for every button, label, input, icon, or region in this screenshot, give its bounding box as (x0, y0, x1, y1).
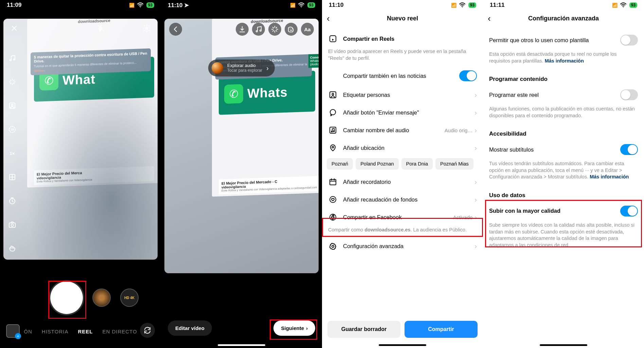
gallery-button[interactable] (6, 324, 20, 338)
mock-whatsapp-card: ✆ What (34, 57, 154, 102)
edit-video-button[interactable]: Editar vídeo (168, 320, 212, 336)
duration-icon[interactable]: 15 (7, 124, 18, 135)
back-button[interactable]: ‹ (488, 13, 491, 24)
signal-icon: 📶 (129, 3, 134, 8)
row-captions[interactable]: Mostrar subtítulos (483, 139, 644, 160)
chip[interactable]: Poznań Mias (435, 158, 473, 170)
toggle-schedule[interactable] (620, 89, 638, 100)
mode-directo[interactable]: EN DIRECTO (102, 329, 137, 334)
toggle-upload-hq[interactable] (620, 206, 638, 216)
mock-side-title: Como g (310, 55, 319, 59)
row-tag-people[interactable]: Etiquetar personas › (322, 86, 483, 104)
mode-reel[interactable]: REEL (78, 329, 93, 334)
chip[interactable]: Pora Dnia (401, 158, 433, 170)
calendar-icon (328, 178, 338, 186)
back-button[interactable]: ‹ (327, 13, 330, 24)
explore-audio-pill[interactable]: Explorar audio Tocar para explorar › (208, 59, 275, 76)
more-info-link[interactable]: Más información (590, 174, 629, 179)
svg-point-5 (12, 104, 13, 106)
mock-ad: El Mejor Precio del Merca videovigilanci… (34, 166, 154, 185)
row-message-button[interactable]: Añadir botón "Enviar mensaje" › (322, 104, 483, 121)
sticker-icon[interactable] (285, 23, 298, 36)
zoom-1x-icon[interactable]: 1× (7, 148, 18, 159)
row-label: Añadir ubicación (343, 145, 469, 151)
chip[interactable]: Poznań (327, 158, 353, 170)
row-label: Permitir que otros lo usen como plantill… (489, 37, 615, 44)
edit-viewport: downloadsource contra escritura de USB /… (164, 19, 319, 273)
nav-header: ‹ Nuevo reel (322, 10, 483, 27)
section-data-usage: Uso de datos (483, 185, 644, 201)
edit-bottom-bar: Editar vídeo Siguiente › (161, 320, 322, 336)
status-right: 📶 93 (612, 1, 637, 10)
mode-on[interactable]: ÓN (24, 329, 32, 334)
toggle-template[interactable] (620, 35, 638, 46)
camera-flip-button[interactable] (140, 323, 155, 338)
save-draft-button[interactable]: Guardar borrador (327, 321, 400, 338)
toggle-captions[interactable] (620, 144, 638, 155)
svg-point-11 (301, 7, 302, 7)
location-chips: Poznań Poland Poznan Pora Dnia Poznań Mi… (322, 157, 483, 173)
timer-icon[interactable] (7, 195, 18, 206)
panel-edit: 11:10 ➤ 📶 93 downloadsource contra escri… (161, 0, 322, 348)
svg-point-3 (14, 59, 15, 60)
camera-modes[interactable]: ÓN HISTORIA REEL EN DIRECTO (0, 329, 161, 334)
more-info-link[interactable]: Más información (545, 58, 584, 64)
mock-tab-todo: Todo (69, 51, 77, 56)
svg-point-1 (146, 27, 148, 29)
settings-icon[interactable] (141, 23, 152, 34)
svg-point-14 (290, 28, 290, 29)
person-icon (328, 91, 338, 99)
music-icon[interactable] (7, 53, 18, 64)
sparkle-icon[interactable] (268, 23, 281, 36)
row-add-fundraiser[interactable]: Añadir recaudación de fondos › (322, 191, 483, 208)
close-icon[interactable] (9, 23, 20, 34)
share-button[interactable]: Compartir (405, 321, 478, 338)
template-desc: Esta opción está desactivada porque tu r… (483, 50, 644, 68)
status-bar: 11:10 ➤ 📶 93 (161, 0, 322, 10)
mock-tab-pc: PC (91, 51, 96, 55)
flash-off-icon[interactable] (95, 23, 106, 34)
heart-circle-icon (328, 195, 338, 204)
effect-thumb-hd[interactable]: HD 4K (120, 289, 139, 307)
download-icon[interactable] (236, 23, 249, 36)
music-icon[interactable] (252, 23, 265, 36)
row-value: Audio orig… (445, 127, 473, 133)
mock-article-sub: Tutorial en el que aprenderás 5 maneras … (34, 61, 147, 68)
svg-rect-25 (330, 179, 336, 185)
mock-article-tag: Windows (34, 66, 147, 73)
status-time: 11:09 (7, 2, 21, 8)
dual-camera-icon[interactable] (7, 219, 18, 230)
mock-ad-sub: videovigilancia (37, 172, 151, 180)
row-schedule[interactable]: Programar este reel (483, 85, 644, 105)
wifi-icon (297, 1, 305, 10)
mock-whatsapp-text: What (62, 72, 95, 87)
row-template[interactable]: Permitir que otros lo usen como plantill… (483, 30, 644, 50)
row-label: Añadir recordatorio (343, 179, 469, 185)
nav-header: ‹ Configuración avanzada (483, 10, 644, 27)
text-icon[interactable]: Aa (301, 23, 314, 36)
back-button[interactable] (169, 23, 182, 36)
row-share-feed[interactable]: Compartir también en las noticias (322, 66, 483, 86)
row-advanced-config[interactable]: Configuración avanzada › (322, 238, 483, 255)
audio-icon (328, 126, 338, 134)
row-add-reminder[interactable]: Añadir recordatorio › (322, 173, 483, 191)
effect-thumb-1[interactable] (92, 289, 111, 307)
green-screen-icon[interactable] (7, 100, 18, 111)
row-add-location[interactable]: Añadir ubicación › (322, 139, 483, 157)
battery-badge: 93 (468, 2, 476, 8)
row-upload-hq[interactable]: Subir con la mayor calidad (483, 201, 644, 221)
next-button[interactable]: Siguiente › (273, 320, 315, 336)
effects-icon[interactable] (7, 76, 18, 87)
chip[interactable]: Poland Poznan (356, 158, 398, 170)
mode-historia[interactable]: HISTORIA (42, 329, 69, 334)
chevron-right-icon: › (475, 178, 477, 186)
row-share-facebook[interactable]: Compartir en Facebook Activado› (322, 208, 483, 226)
shutter-button[interactable] (50, 281, 83, 314)
status-bar: 11:09 📶 93 (0, 0, 161, 10)
row-label: Programar este reel (489, 92, 615, 98)
toggle-share-feed[interactable] (459, 70, 477, 81)
gesture-icon[interactable] (7, 243, 18, 254)
row-rename-audio[interactable]: Cambiar nombre del audio Audio orig…› (322, 121, 483, 139)
share-as-desc: Compartir como downloadsource.es. La aud… (322, 226, 483, 238)
layout-icon[interactable] (7, 172, 18, 182)
